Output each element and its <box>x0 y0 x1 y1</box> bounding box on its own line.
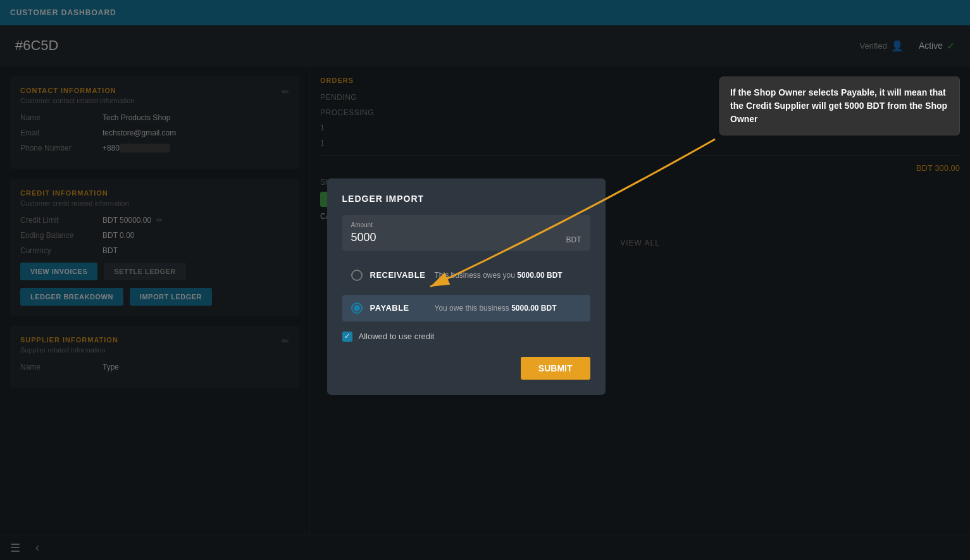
annotation-box: If the Shop Owner selects Payable, it wi… <box>719 77 960 135</box>
order-count2-row: 1 <box>320 139 960 147</box>
bottom-bar: ☰ ‹ <box>0 535 970 560</box>
email-label: Email <box>20 128 103 137</box>
receivable-desc: This business owes you 5000.00 BDT <box>435 271 563 280</box>
credit-section: CREDIT INFORMATION Customer credit relat… <box>10 179 299 316</box>
name-row: Name Tech Products Shop <box>20 113 289 122</box>
verified-status: Verified 👤 <box>860 40 904 52</box>
view-invoices-button[interactable]: VIEW INVOICES <box>20 263 97 280</box>
email-row: Email techstore@gmail.com <box>20 128 289 137</box>
import-ledger-button[interactable]: IMPORT LEDGER <box>130 288 212 306</box>
settle-ledger-button[interactable]: SETTLE LEDGER <box>104 263 186 280</box>
receivable-option[interactable]: RECEIVABLE This business owes you 5000.0… <box>342 262 590 289</box>
user-icon: 👤 <box>891 40 904 52</box>
pending-label: PENDING <box>320 93 357 102</box>
phone-row: Phone Number +880 <box>20 144 289 152</box>
order-count1: 1 <box>320 123 325 132</box>
currency-value: BDT <box>103 246 118 255</box>
bdt-amount: BDT 300.00 <box>320 163 960 173</box>
credit-checkbox-label: Allowed to use credit <box>359 332 435 341</box>
payable-desc: You owe this business 5000.00 BDT <box>435 304 557 313</box>
active-label: Active <box>919 40 943 51</box>
supplier-name-header: Name <box>20 363 103 371</box>
amount-label: Amount <box>351 221 376 228</box>
ending-balance-row: Ending Balance BDT 0.00 <box>20 231 289 240</box>
payable-name: PAYABLE <box>370 303 427 313</box>
currency-row: Currency BDT <box>20 246 289 255</box>
contact-edit-icon[interactable]: ✏ <box>282 87 289 97</box>
name-label: Name <box>20 113 103 122</box>
amount-box: Amount 5000 BDT <box>342 215 590 251</box>
supplier-section: ✏ SUPPLIER INFORMATION Supplier related … <box>10 326 299 388</box>
name-value: Tech Products Shop <box>103 113 170 122</box>
active-status: Active ✓ <box>919 40 955 52</box>
credit-checkbox[interactable]: ✓ <box>342 332 352 342</box>
email-value: techstore@gmail.com <box>103 128 176 137</box>
top-bar-title: CUSTOMER DASHBOARD <box>10 8 116 17</box>
phone-blur <box>120 144 170 152</box>
contact-section: ✏ CONTACT INFORMATION Customer contact r… <box>10 77 299 169</box>
receivable-radio[interactable] <box>351 270 363 281</box>
modal-title: LEDGER IMPORT <box>342 194 590 204</box>
ledger-breakdown-button[interactable]: LEDGER BREAKDOWN <box>20 288 123 306</box>
supplier-edit-icon[interactable]: ✏ <box>282 336 289 346</box>
customer-id: #6C5D <box>15 37 58 54</box>
credit-section-title: CREDIT INFORMATION <box>20 189 289 197</box>
credit-btn-row: VIEW INVOICES SETTLE LEDGER <box>20 263 289 280</box>
verified-label: Verified <box>860 41 887 51</box>
contact-section-title: CONTACT INFORMATION <box>20 87 289 94</box>
ending-balance-value: BDT 0.00 <box>103 231 134 240</box>
credit-limit-label: Credit Limit <box>20 216 103 225</box>
credit-limit-value: BDT 50000.00 <box>103 216 151 225</box>
ledger-btn-row: LEDGER BREAKDOWN IMPORT LEDGER <box>20 288 289 306</box>
supplier-type-header: Type <box>103 363 119 371</box>
supplier-section-subtitle: Supplier related information <box>20 346 289 354</box>
divider <box>320 155 960 156</box>
supplier-header-row: Name Type <box>20 363 289 371</box>
check-icon: ✓ <box>947 40 955 52</box>
payable-option[interactable]: PAYABLE You owe this business 5000.00 BD… <box>342 295 590 321</box>
back-icon[interactable]: ‹ <box>35 541 39 554</box>
header-status: Verified 👤 Active ✓ <box>860 40 955 52</box>
ending-balance-label: Ending Balance <box>20 231 103 240</box>
phone-prefix: +880 <box>103 144 120 152</box>
credit-section-subtitle: Customer credit related information <box>20 199 289 207</box>
payable-radio[interactable] <box>351 302 363 314</box>
credit-limit-edit-icon[interactable]: ✏ <box>156 216 163 225</box>
annotation-text: If the Shop Owner selects Payable, it wi… <box>730 87 947 124</box>
amount-currency: BDT <box>566 235 581 244</box>
submit-button[interactable]: SUBMIT <box>521 357 590 380</box>
top-bar: CUSTOMER DASHBOARD <box>0 0 970 25</box>
phone-label: Phone Number <box>20 144 103 152</box>
credit-limit-row: Credit Limit BDT 50000.00 ✏ <box>20 216 289 225</box>
amount-value: 5000 <box>351 231 376 244</box>
currency-label: Currency <box>20 246 103 255</box>
order-count2: 1 <box>320 139 325 147</box>
ledger-import-modal: LEDGER IMPORT Amount 5000 BDT RECEIVABLE… <box>327 178 606 395</box>
processing-label: PROCESSING <box>320 108 374 117</box>
supplier-section-title: SUPPLIER INFORMATION <box>20 336 289 344</box>
left-panel: ✏ CONTACT INFORMATION Customer contact r… <box>0 66 310 535</box>
header-bar: #6C5D Verified 👤 Active ✓ <box>0 25 970 66</box>
contact-section-subtitle: Customer contact related information <box>20 97 289 104</box>
receivable-name: RECEIVABLE <box>370 270 427 280</box>
menu-icon[interactable]: ☰ <box>10 541 20 555</box>
credit-checkbox-row: ✓ Allowed to use credit <box>342 332 590 342</box>
